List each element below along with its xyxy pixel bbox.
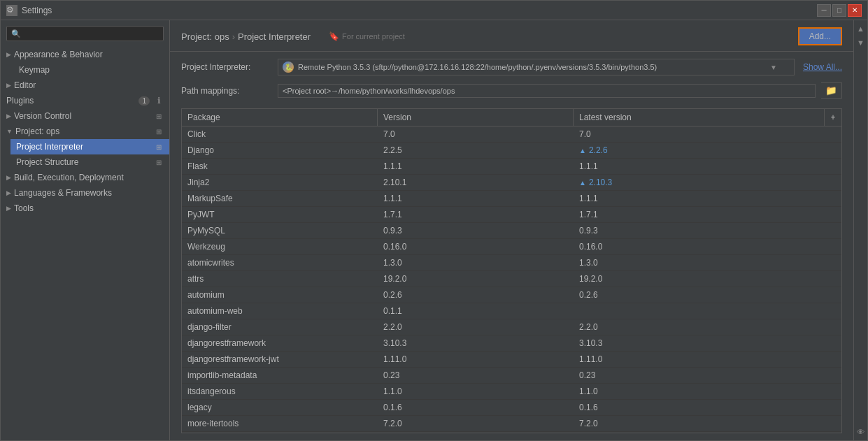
table-row[interactable]: djangorestframework-jwt1.11.01.11.0 [182,352,841,368]
path-field[interactable]: <Project root>→/home/python/works/lhdevo… [278,84,816,98]
table-row[interactable]: djangorestframework3.10.33.10.3 [182,335,841,352]
sidebar-item-project-ops[interactable]: ▼ Project: ops ⊞ [1,124,169,139]
cell-version: 7.2.0 [378,416,574,431]
cell-latest: 1.7.1 [574,207,841,222]
cell-package: django-filter [182,319,378,335]
path-label: Path mappings: [181,86,272,96]
sidebar-item-keymap[interactable]: Keymap [10,62,169,78]
bookmark-icon: 🔖 [329,31,339,41]
sidebar-item-appearance[interactable]: ▶ Appearance & Behavior [1,47,169,62]
cell-latest [574,303,841,319]
chevron-down-icon: ▼ [6,128,13,135]
cell-package: packaging [182,432,378,433]
app-icon: ⚙ [6,5,17,16]
cell-latest: 0.9.3 [574,223,841,238]
up-arrow-icon: ▲ [579,179,586,187]
cell-package: djangorestframework [182,335,378,351]
table-row[interactable]: attrs19.2.019.2.0 [182,271,841,287]
table-row[interactable]: Flask1.1.11.1.1 [182,159,841,175]
cell-package: legacy [182,400,378,415]
table-row[interactable]: PyJWT1.7.11.7.1 [182,207,841,223]
cell-package: itsdangerous [182,384,378,399]
packages-table: Package Version Latest version + Click7.… [181,108,842,433]
path-browse-button[interactable]: 📁 [821,82,842,99]
cell-package: importlib-metadata [182,368,378,383]
interpreter-dropdown[interactable]: 🐍 Remote Python 3.5.3 (sftp://python@172… [278,59,795,75]
main-panel-area: Project: ops › Project Interpreter 🔖 For… [170,20,853,440]
sidebar-item-project-interpreter[interactable]: Project Interpreter ⊞ [10,139,169,154]
maximize-button[interactable]: □ [832,4,846,17]
table-row[interactable]: legacy0.1.60.1.6 [182,400,841,416]
close-button[interactable]: ✕ [848,4,862,17]
interpreter-value: Remote Python 3.5.3 (sftp://python@172.1… [298,63,766,71]
cell-package: Flask [182,159,378,174]
sidebar-item-plugins[interactable]: Plugins 1 ℹ [1,93,169,108]
table-row[interactable]: automium0.2.60.2.6 [182,287,841,303]
cell-version: 1.1.1 [378,191,574,206]
table-row[interactable]: automium-web0.1.1 [182,303,841,319]
cell-latest: ▲2.10.3 [574,175,841,190]
table-header: Package Version Latest version + [182,109,841,126]
table-row[interactable]: Werkzeug0.16.00.16.0 [182,239,841,255]
cell-latest: 0.2.6 [574,287,841,303]
sidebar-item-version-control[interactable]: ▶ Version Control ⊞ [1,108,169,124]
cell-latest: 19.2.0 [574,271,841,287]
show-all-button[interactable]: Show All... [803,62,842,72]
scroll-down-button[interactable]: ▼ [855,37,867,48]
search-input[interactable] [24,29,159,38]
sidebar-item-build[interactable]: ▶ Build, Execution, Deployment [1,170,169,185]
header-add-icon[interactable]: + [825,109,841,126]
table-row[interactable]: django-filter2.2.02.2.0 [182,319,841,335]
scroll-up-button[interactable]: ▲ [855,23,867,34]
dropdown-arrow-icon: ▼ [770,64,777,71]
add-button[interactable]: Add... [798,27,842,45]
sidebar-group-project: ▼ Project: ops ⊞ Project Interpreter ⊞ P… [1,124,169,170]
sidebar-item-project-structure[interactable]: Project Structure ⊞ [10,154,169,170]
path-value: <Project root>→/home/python/works/lhdevo… [283,87,455,95]
cell-latest: 1.11.0 [574,352,841,367]
table-body: Click7.07.0Django2.2.5▲2.2.6Flask1.1.11.… [182,126,841,433]
sidebar-group-appearance: ▶ Appearance & Behavior Keymap [1,47,169,78]
cell-package: PyMySQL [182,223,378,238]
cell-latest: 1.3.0 [574,255,841,270]
chevron-right-icon: ▶ [6,189,11,196]
cell-version: 2.10.1 [378,175,574,190]
chevron-right-icon: ▶ [6,205,11,212]
table-row[interactable]: importlib-metadata0.230.23 [182,368,841,384]
python-icon: 🐍 [283,62,294,73]
folder-icon: 📁 [825,85,837,96]
vcs-icon: ⊞ [154,111,164,121]
titlebar: ⚙ Settings ─ □ ✕ [1,1,867,20]
table-row[interactable]: packaging19.219.2 [182,432,841,433]
sidebar-item-tools[interactable]: ▶ Tools [1,201,169,216]
table-row[interactable]: Click7.07.0 [182,126,841,143]
search-box[interactable]: 🔍 [6,26,164,41]
sidebar-item-languages[interactable]: ▶ Languages & Frameworks [1,185,169,201]
cell-version: 0.1.1 [378,303,574,319]
cell-latest: 1.1.1 [574,159,841,174]
table-row[interactable]: Jinja22.10.1▲2.10.3 [182,175,841,191]
cell-package: MarkupSafe [182,191,378,206]
structure-icon: ⊞ [154,157,164,167]
chevron-right-icon: ▶ [6,174,11,181]
eye-button[interactable]: 👁 [855,426,867,438]
sidebar-item-label: Appearance & Behavior [14,50,103,59]
cell-package: Werkzeug [182,239,378,254]
table-row[interactable]: Django2.2.5▲2.2.6 [182,143,841,159]
add-package-icon: + [830,113,835,122]
cell-version: 1.11.0 [378,352,574,367]
sidebar-item-editor[interactable]: ▶ Editor [1,78,169,93]
table-row[interactable]: atomicwrites1.3.01.3.0 [182,255,841,271]
cell-package: atomicwrites [182,255,378,270]
interpreter-field-row: Project Interpreter: 🐍 Remote Python 3.5… [181,59,842,75]
cell-latest: 3.10.3 [574,335,841,351]
table-row[interactable]: MarkupSafe1.1.11.1.1 [182,191,841,207]
table-row[interactable]: itsdangerous1.1.01.1.0 [182,384,841,400]
table-row[interactable]: more-itertools7.2.07.2.0 [182,416,841,432]
breadcrumb-separator: › [232,31,235,42]
cell-version: 1.3.0 [378,255,574,270]
chevron-right-icon: ▶ [6,51,11,58]
table-row[interactable]: PyMySQL0.9.30.9.3 [182,223,841,239]
minimize-button[interactable]: ─ [817,4,831,17]
cell-latest: 0.16.0 [574,239,841,254]
